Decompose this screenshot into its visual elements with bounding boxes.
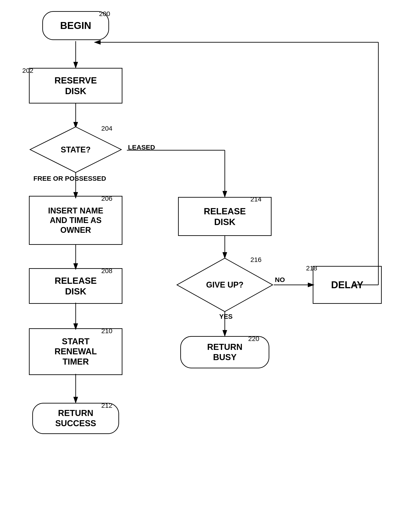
ref-220: 220 xyxy=(248,335,259,343)
insert-name-node: INSERT NAMEAND TIME ASOWNER xyxy=(29,196,122,245)
reserve-disk-node: RESERVEDISK xyxy=(29,68,122,104)
ref-206: 206 xyxy=(101,195,112,202)
ref-218: 218 xyxy=(306,264,317,272)
start-renewal-timer-node: STARTRENEWALTIMER xyxy=(29,328,122,375)
ref-200: 200 xyxy=(99,10,110,18)
give-up-diamond: GIVE UP? xyxy=(176,257,274,313)
free-or-possessed-label: FREE OR POSSESSED xyxy=(33,175,106,182)
ref-210: 210 xyxy=(101,327,112,335)
ref-214: 214 xyxy=(250,195,261,203)
ref-208: 208 xyxy=(101,267,112,275)
ref-212: 212 xyxy=(101,402,112,409)
ref-204: 204 xyxy=(101,125,112,132)
delay-node: DELAY xyxy=(313,266,382,304)
flowchart-diagram: BEGIN 200 RESERVEDISK 202 STATE? 204 FRE… xyxy=(0,0,420,507)
yes-label: YES xyxy=(219,313,233,320)
no-label: NO xyxy=(275,276,285,283)
state-diamond: STATE? xyxy=(29,126,122,174)
leased-label: LEASED xyxy=(128,144,155,151)
ref-202: 202 xyxy=(22,67,33,74)
ref-216: 216 xyxy=(250,256,261,263)
